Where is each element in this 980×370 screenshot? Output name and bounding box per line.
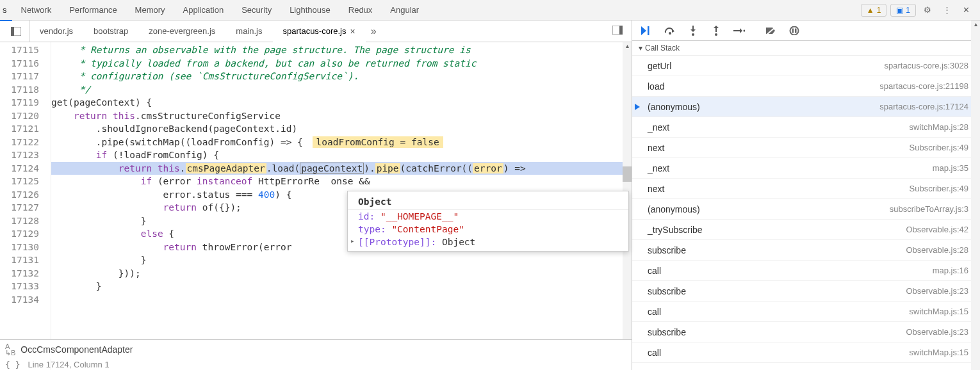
top-tab[interactable]: Security	[233, 0, 281, 20]
settings-icon[interactable]: ⚙	[919, 1, 936, 19]
callstack-frame[interactable]: (anonymous)spartacus-core.js:17124	[632, 97, 980, 117]
show-navigator-icon[interactable]	[7, 22, 25, 40]
callstack-frame[interactable]: callswitchMap.js:15	[632, 302, 980, 322]
line-number[interactable]: 17124	[0, 162, 39, 175]
step-out-icon[interactable]	[706, 22, 726, 40]
line-number[interactable]: 17132	[0, 267, 39, 280]
frame-source: switchMap.js:15	[910, 307, 968, 316]
top-tab[interactable]: Redux	[339, 0, 382, 20]
callstack-frame[interactable]: nextSubscriber.js:49	[632, 179, 980, 199]
frame-source: Observable.js:23	[906, 327, 968, 337]
step-icon[interactable]	[730, 22, 749, 40]
svg-point-8	[744, 29, 746, 31]
line-number[interactable]: 17115	[0, 44, 39, 57]
top-tab[interactable]: Angular	[381, 0, 428, 20]
frame-function: next	[641, 143, 664, 153]
code-line: .pipe(switchMap((loadFromConfig) => { lo…	[51, 136, 632, 149]
line-number[interactable]: 17120	[0, 109, 39, 123]
line-number[interactable]: 17118	[0, 83, 39, 97]
step-over-icon[interactable]	[660, 22, 680, 40]
line-number[interactable]: 17119	[0, 96, 39, 109]
callstack-frame[interactable]: _nextswitchMap.js:28	[632, 117, 980, 138]
line-number[interactable]: 17129	[0, 227, 39, 241]
debugger-pane: ▾Call Stack getUrlspartacus-core.js:3028…	[632, 20, 980, 370]
line-number[interactable]: 17134	[0, 293, 39, 307]
frame-source: map.js:16	[933, 266, 968, 275]
top-tab[interactable]: Lighthouse	[281, 0, 339, 20]
line-number[interactable]: 17117	[0, 70, 39, 83]
callstack-frame[interactable]: subscribeObservable.js:23	[632, 322, 980, 342]
line-number[interactable]: 17128	[0, 214, 39, 228]
close-tab-icon[interactable]: ×	[350, 20, 355, 42]
callstack-header[interactable]: ▾Call Stack	[632, 41, 980, 56]
cursor-position: Line 17124, Column 1	[28, 360, 109, 369]
code-line: }	[51, 280, 632, 293]
line-number[interactable]: 17130	[0, 241, 39, 254]
resume-icon[interactable]	[637, 22, 657, 40]
vertical-scrollbar[interactable]	[971, 20, 980, 370]
callstack-frame[interactable]: callswitchMap.js:15	[632, 342, 980, 363]
show-debugger-icon[interactable]	[606, 26, 629, 36]
top-tab[interactable]: Performance	[60, 0, 126, 20]
frame-source: switchMap.js:15	[910, 348, 968, 357]
line-number[interactable]: 17133	[0, 280, 39, 293]
file-tab[interactable]: spartacus-core.js×	[273, 20, 366, 42]
callstack-frame[interactable]: subscribeObservable.js:23	[632, 281, 980, 302]
callstack-frame[interactable]: callmap.js:16	[632, 261, 980, 281]
frame-function: (anonymous)	[641, 102, 700, 112]
frame-function: call	[641, 307, 661, 317]
frame-function: next	[641, 184, 664, 194]
kebab-menu-icon[interactable]: ⋮	[938, 1, 956, 19]
code-line: }));	[51, 267, 632, 280]
line-number[interactable]: 17131	[0, 253, 39, 267]
top-tab[interactable]: Network	[12, 0, 61, 20]
more-tabs-icon[interactable]: »	[366, 26, 382, 37]
messages-badge[interactable]: ▣1	[890, 4, 916, 17]
file-tab[interactable]: main.js	[225, 20, 272, 42]
file-tab[interactable]: zone-evergreen.js	[138, 20, 225, 42]
pause-exceptions-icon[interactable]	[785, 22, 804, 40]
callstack-frame[interactable]: subscribeObservable.js:28	[632, 240, 980, 261]
code-line: if (!loadFromConfig) {	[51, 149, 632, 162]
line-number[interactable]: 17116	[0, 57, 39, 70]
step-into-icon[interactable]	[683, 22, 703, 40]
file-tab[interactable]: vendor.js	[29, 20, 83, 42]
callstack-frame[interactable]: _trySubscribeObservable.js:42	[632, 220, 980, 240]
callstack-frame[interactable]: loadspartacus-core.js:21198	[632, 76, 980, 97]
frame-function: _next	[641, 163, 669, 173]
top-tab[interactable]: s	[0, 0, 12, 20]
callstack-frame[interactable]: (anonymous)subscribeToArray.js:3	[632, 199, 980, 220]
line-number[interactable]: 17126	[0, 188, 39, 202]
scrollbar-thumb[interactable]	[623, 166, 632, 182]
close-devtools-icon[interactable]: ✕	[957, 1, 975, 19]
match-case-icon[interactable]: A↳B	[5, 343, 15, 356]
warning-icon: ▲	[867, 6, 874, 15]
line-number[interactable]: 17125	[0, 175, 39, 188]
frame-source: Observable.js:42	[906, 225, 968, 234]
frame-source: Subscriber.js:49	[910, 184, 969, 193]
frame-source: Subscriber.js:49	[910, 143, 969, 152]
frame-function: call	[641, 266, 661, 276]
top-tab[interactable]: Application	[174, 0, 233, 20]
line-number[interactable]: 17123	[0, 149, 39, 162]
code-line: get(pageContext) {	[51, 96, 632, 109]
warnings-badge[interactable]: ▲1	[861, 4, 887, 17]
callstack-frame[interactable]: _nextmap.js:35	[632, 158, 980, 179]
tooltip-property[interactable]: [[Prototype]]: Object	[348, 236, 628, 248]
line-number[interactable]: 17122	[0, 136, 39, 149]
deactivate-breakpoints-icon[interactable]	[762, 22, 781, 40]
line-number[interactable]: 17127	[0, 201, 39, 214]
braces-icon[interactable]: { }	[5, 360, 20, 369]
line-number[interactable]: 17121	[0, 122, 39, 136]
search-input[interactable]	[20, 341, 626, 358]
frame-source: spartacus-core.js:21198	[879, 81, 968, 91]
svg-point-6	[692, 33, 694, 36]
tooltip-title: Object	[348, 194, 628, 210]
top-tab[interactable]: Memory	[126, 0, 174, 20]
code-line: }	[51, 253, 632, 267]
callstack-frame[interactable]: nextSubscriber.js:49	[632, 138, 980, 158]
file-tab[interactable]: bootstrap	[83, 20, 138, 42]
callstack-frame[interactable]: getUrlspartacus-core.js:3028	[632, 56, 980, 76]
svg-rect-4	[648, 26, 649, 35]
code-line: * configuration (see `CmsStructureConfig…	[51, 70, 632, 83]
